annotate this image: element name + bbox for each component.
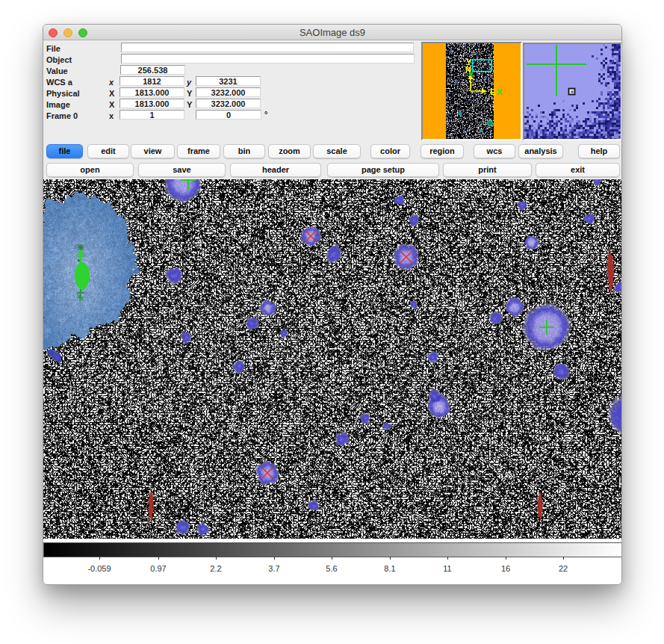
svg-text:X: X — [497, 87, 503, 96]
svg-text:N: N — [465, 65, 471, 74]
svg-text:E: E — [490, 87, 495, 96]
